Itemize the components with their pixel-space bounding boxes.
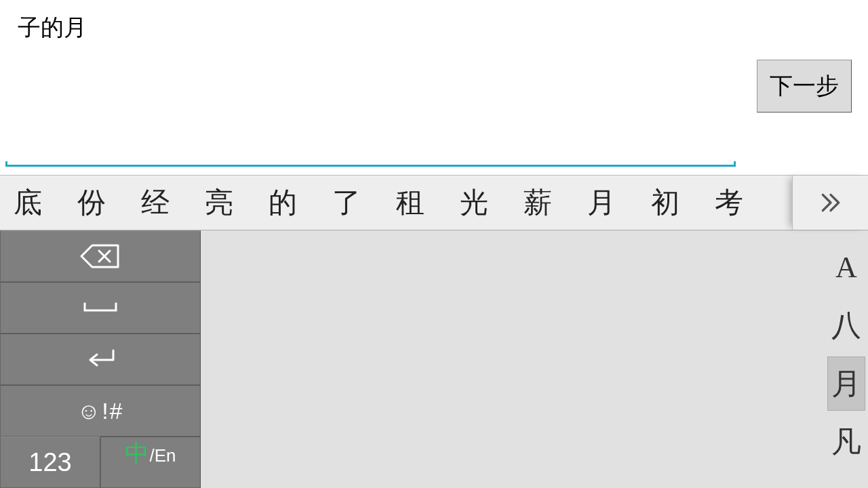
backspace-icon [80,243,121,270]
input-underline [5,161,736,167]
space-key[interactable] [0,282,201,333]
stroke-hint-item[interactable]: 凡 [827,415,865,469]
function-key-panel: ☺!# 123 中 /En [0,230,201,488]
candidate-item[interactable]: 底 [14,184,42,222]
candidate-item[interactable]: 光 [460,184,488,222]
input-text: 子的月 [18,12,87,43]
stroke-hint-item[interactable]: A [827,240,865,294]
candidate-item[interactable]: 亮 [205,184,233,222]
candidate-item[interactable]: 份 [77,184,106,222]
candidate-item[interactable]: 初 [651,184,679,222]
candidate-item[interactable]: 月 [587,184,616,222]
candidate-item[interactable]: 经 [141,184,170,222]
language-en-label: /En [149,445,176,466]
candidate-item[interactable]: 的 [269,184,297,222]
text-input-area[interactable]: 子的月 [5,0,736,167]
candidate-more-button[interactable] [792,176,868,230]
space-icon [82,301,119,314]
emoji-symbols-label: ☺!# [77,398,123,424]
candidate-bar: 底 份 经 亮 的 了 租 光 薪 月 初 考 [0,175,868,230]
keyboard-area: ☺!# 123 中 /En A 八 月 凡 [0,230,868,488]
backspace-key[interactable] [0,230,201,282]
emoji-symbols-key[interactable]: ☺!# [0,385,201,436]
enter-icon [83,348,117,371]
handwriting-area[interactable] [201,230,825,488]
next-button[interactable]: 下一步 [757,60,852,113]
numeric-key[interactable]: 123 [0,436,100,488]
language-zh-label: 中 [125,437,149,470]
numeric-label: 123 [28,448,71,477]
enter-key[interactable] [0,333,201,385]
candidate-list: 底 份 经 亮 的 了 租 光 薪 月 初 考 [0,176,792,230]
chevron-double-right-icon [817,189,844,216]
candidate-item[interactable]: 薪 [524,184,552,222]
language-toggle-key[interactable]: 中 /En [100,436,201,488]
candidate-item[interactable]: 了 [332,184,361,222]
candidate-item[interactable]: 考 [715,184,743,222]
candidate-item[interactable]: 租 [396,184,425,222]
stroke-hint-item[interactable]: 八 [827,298,865,352]
stroke-hint-item[interactable]: 月 [827,357,865,411]
stroke-hint-strip: A 八 月 凡 [825,230,868,488]
